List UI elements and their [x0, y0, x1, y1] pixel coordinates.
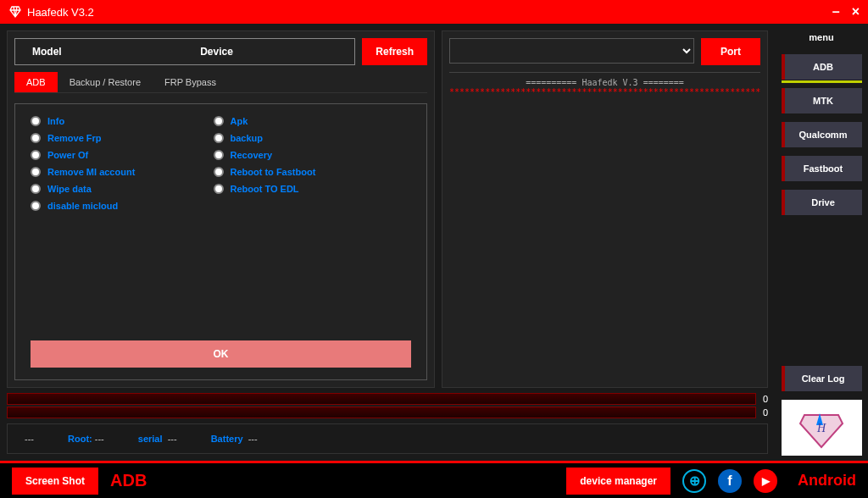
option-recovery[interactable]: Recovery	[214, 150, 397, 160]
screenshot-button[interactable]: Screen Shot	[12, 468, 98, 495]
radio-icon	[31, 167, 41, 177]
port-select[interactable]	[449, 38, 694, 64]
app-title: Haafedk V3.2	[27, 6, 94, 19]
bottom-bar: Screen Shot ADB device manager ⊕ f ▶ And…	[0, 461, 868, 498]
app-body: Model Device Refresh ADB Backup / Restor…	[0, 24, 868, 461]
info-root: Root: ---	[68, 434, 104, 444]
model-label: Model	[15, 46, 79, 58]
refresh-button[interactable]: Refresh	[362, 38, 427, 65]
sidebar-item-drive[interactable]: Drive	[782, 190, 862, 215]
port-button[interactable]: Port	[701, 38, 760, 65]
tab-frp-bypass[interactable]: FRP Bypass	[153, 72, 228, 92]
clear-log-button[interactable]: Clear Log	[782, 366, 862, 391]
option-wipe-data[interactable]: Wipe data	[31, 184, 214, 194]
option-remove-frp[interactable]: Remove Frp	[31, 133, 214, 143]
sidebar-item-adb[interactable]: ADB	[782, 54, 862, 80]
radio-icon	[214, 167, 224, 177]
options-box: Info Remove Frp Power Of Remove MI accou…	[14, 103, 427, 380]
android-label: Android	[798, 472, 856, 490]
model-row: Model Device Refresh	[14, 38, 427, 65]
ok-button[interactable]: OK	[31, 340, 411, 368]
logo-diamond-icon: H	[796, 407, 847, 449]
progress-bar-2	[7, 407, 756, 418]
sidebar: menu ADB MTK Qualcomm Fastboot Drive Cle…	[775, 24, 868, 461]
radio-icon	[31, 201, 41, 211]
options-col-right: Apk backup Recovery Reboot to Fastboot R…	[214, 116, 397, 368]
radio-icon	[214, 133, 224, 143]
options-col-left: Info Remove Frp Power Of Remove MI accou…	[31, 116, 214, 368]
log-separator: ****************************************…	[449, 87, 760, 97]
option-apk[interactable]: Apk	[214, 116, 397, 126]
radio-icon	[31, 150, 41, 160]
close-button[interactable]: ×	[852, 4, 860, 19]
port-row: Port	[449, 38, 760, 65]
logo-box: H	[782, 400, 862, 456]
log-area: ========== Haafedk V.3 ======== ********…	[449, 72, 760, 380]
main-area: Model Device Refresh ADB Backup / Restor…	[0, 24, 775, 461]
radio-icon	[214, 184, 224, 194]
titlebar: Haafedk V3.2 – ×	[0, 0, 868, 24]
tab-backup-restore[interactable]: Backup / Restore	[58, 72, 153, 92]
option-reboot-fastboot[interactable]: Reboot to Fastboot	[214, 167, 397, 177]
tab-adb[interactable]: ADB	[14, 72, 58, 92]
progress-group: 0 0	[7, 393, 768, 418]
tabs: ADB Backup / Restore FRP Bypass	[14, 72, 427, 93]
progress-val-2: 0	[760, 407, 768, 418]
option-info[interactable]: Info	[31, 116, 214, 126]
sidebar-item-fastboot[interactable]: Fastboot	[782, 156, 862, 181]
log-header: ========== Haafedk V.3 ========	[449, 78, 760, 87]
svg-text:H: H	[816, 422, 826, 434]
window-controls: – ×	[832, 4, 860, 19]
sidebar-item-mtk[interactable]: MTK	[782, 88, 862, 113]
radio-icon	[31, 184, 41, 194]
top-row: Model Device Refresh ADB Backup / Restor…	[7, 30, 768, 388]
option-backup[interactable]: backup	[214, 133, 397, 143]
radio-icon	[214, 116, 224, 126]
device-manager-button[interactable]: device manager	[566, 468, 670, 495]
info-row: --- Root: --- serial --- Battery ---	[7, 423, 768, 454]
progress-bar-1	[7, 393, 756, 405]
option-disable-micloud[interactable]: disable micloud	[31, 201, 214, 211]
radio-icon	[31, 116, 41, 126]
sidebar-title: menu	[809, 29, 833, 46]
titlebar-left: Haafedk V3.2	[8, 5, 94, 19]
info-serial: serial ---	[138, 434, 177, 444]
right-panel: Port ========== Haafedk V.3 ======== ***…	[442, 30, 768, 388]
youtube-icon[interactable]: ▶	[754, 469, 777, 493]
radio-icon	[31, 133, 41, 143]
facebook-icon[interactable]: f	[718, 469, 742, 493]
option-remove-mi[interactable]: Remove MI account	[31, 167, 214, 177]
progress-val-1: 0	[760, 394, 768, 404]
left-panel: Model Device Refresh ADB Backup / Restor…	[7, 30, 435, 388]
sidebar-item-qualcomm[interactable]: Qualcomm	[782, 122, 862, 147]
model-box: Model Device	[14, 38, 355, 65]
radio-icon	[214, 150, 224, 160]
globe-icon[interactable]: ⊕	[682, 469, 706, 493]
adb-mode-label: ADB	[110, 471, 147, 490]
option-reboot-edl[interactable]: Reboot TO EDL	[214, 184, 397, 194]
option-power-of[interactable]: Power Of	[31, 150, 214, 160]
info-dash: ---	[25, 434, 34, 444]
info-battery: Battery ---	[211, 434, 258, 444]
app-gem-icon	[8, 5, 22, 19]
minimize-button[interactable]: –	[832, 4, 840, 19]
device-label: Device	[79, 46, 355, 58]
